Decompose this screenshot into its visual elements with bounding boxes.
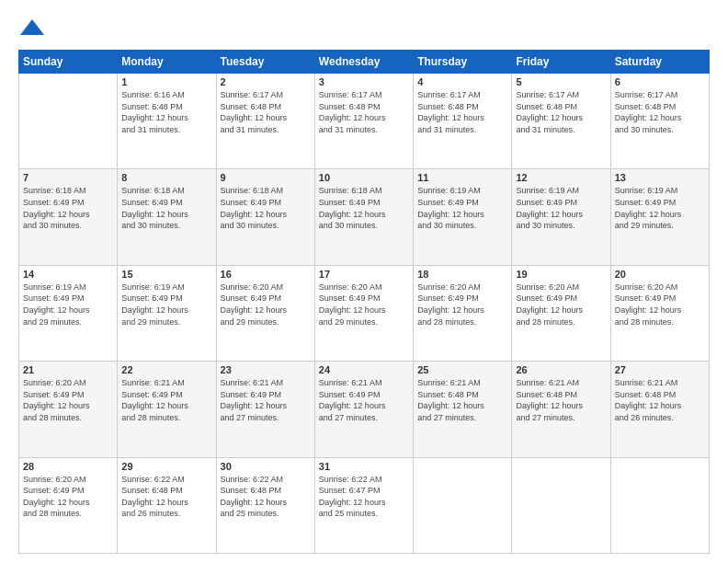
calendar-cell: 30Sunrise: 6:22 AMSunset: 6:48 PMDayligh…	[216, 457, 314, 553]
header-sunday: Sunday	[19, 51, 118, 74]
day-number: 4	[417, 76, 507, 87]
day-info: Sunrise: 6:19 AMSunset: 6:49 PMDaylight:…	[417, 185, 507, 231]
day-number: 21	[23, 364, 113, 375]
calendar-cell: 8Sunrise: 6:18 AMSunset: 6:49 PMDaylight…	[118, 169, 216, 265]
day-info: Sunrise: 6:19 AMSunset: 6:49 PMDaylight:…	[516, 185, 606, 231]
day-number: 8	[121, 172, 211, 183]
day-info: Sunrise: 6:20 AMSunset: 6:49 PMDaylight:…	[516, 282, 606, 327]
calendar-cell	[19, 74, 118, 169]
day-info: Sunrise: 6:21 AMSunset: 6:49 PMDaylight:…	[319, 377, 409, 423]
day-info: Sunrise: 6:19 AMSunset: 6:49 PMDaylight:…	[615, 185, 705, 231]
day-number: 30	[221, 461, 311, 472]
day-info: Sunrise: 6:17 AMSunset: 6:48 PMDaylight:…	[516, 89, 606, 135]
day-info: Sunrise: 6:20 AMSunset: 6:49 PMDaylight:…	[319, 282, 409, 327]
day-number: 12	[516, 172, 606, 183]
day-info: Sunrise: 6:18 AMSunset: 6:49 PMDaylight:…	[23, 185, 113, 231]
calendar-week-row: 14Sunrise: 6:19 AMSunset: 6:49 PMDayligh…	[19, 265, 710, 361]
calendar-cell: 26Sunrise: 6:21 AMSunset: 6:48 PMDayligh…	[512, 362, 610, 457]
calendar-cell: 16Sunrise: 6:20 AMSunset: 6:49 PMDayligh…	[216, 265, 314, 361]
day-number: 22	[121, 364, 211, 375]
calendar-cell: 4Sunrise: 6:17 AMSunset: 6:48 PMDaylight…	[414, 74, 512, 169]
calendar-week-row: 1Sunrise: 6:16 AMSunset: 6:48 PMDaylight…	[19, 74, 710, 169]
logo-icon	[18, 15, 46, 42]
day-number: 28	[23, 461, 113, 472]
header	[18, 15, 710, 42]
calendar-cell	[414, 457, 512, 553]
weekday-header-row: Sunday Monday Tuesday Wednesday Thursday…	[19, 51, 710, 74]
header-friday: Friday	[512, 51, 610, 74]
day-number: 11	[417, 172, 507, 183]
day-info: Sunrise: 6:16 AMSunset: 6:48 PMDaylight:…	[121, 89, 211, 135]
day-info: Sunrise: 6:22 AMSunset: 6:48 PMDaylight:…	[121, 474, 211, 520]
calendar-cell: 17Sunrise: 6:20 AMSunset: 6:49 PMDayligh…	[314, 265, 413, 361]
page: Sunday Monday Tuesday Wednesday Thursday…	[0, 0, 728, 563]
calendar-cell	[610, 457, 709, 553]
day-info: Sunrise: 6:22 AMSunset: 6:47 PMDaylight:…	[319, 474, 409, 520]
day-number: 19	[516, 269, 606, 280]
day-number: 9	[221, 172, 311, 183]
calendar-cell: 29Sunrise: 6:22 AMSunset: 6:48 PMDayligh…	[118, 457, 216, 553]
day-number: 5	[516, 76, 606, 87]
day-number: 1	[121, 76, 211, 87]
day-number: 29	[121, 461, 211, 472]
day-number: 6	[615, 76, 705, 87]
day-info: Sunrise: 6:19 AMSunset: 6:49 PMDaylight:…	[121, 282, 211, 327]
day-info: Sunrise: 6:17 AMSunset: 6:48 PMDaylight:…	[221, 89, 311, 135]
calendar-cell: 10Sunrise: 6:18 AMSunset: 6:49 PMDayligh…	[314, 169, 413, 265]
day-info: Sunrise: 6:20 AMSunset: 6:49 PMDaylight:…	[23, 474, 113, 520]
day-number: 16	[221, 269, 311, 280]
calendar-cell: 14Sunrise: 6:19 AMSunset: 6:49 PMDayligh…	[19, 265, 118, 361]
calendar-cell: 9Sunrise: 6:18 AMSunset: 6:49 PMDaylight…	[216, 169, 314, 265]
day-number: 2	[221, 76, 311, 87]
calendar-cell: 21Sunrise: 6:20 AMSunset: 6:49 PMDayligh…	[19, 362, 118, 457]
calendar-cell: 15Sunrise: 6:19 AMSunset: 6:49 PMDayligh…	[118, 265, 216, 361]
day-number: 7	[23, 172, 113, 183]
day-info: Sunrise: 6:22 AMSunset: 6:48 PMDaylight:…	[221, 474, 311, 520]
day-info: Sunrise: 6:18 AMSunset: 6:49 PMDaylight:…	[121, 185, 211, 231]
day-number: 15	[121, 269, 211, 280]
day-number: 31	[319, 461, 409, 472]
calendar-cell: 7Sunrise: 6:18 AMSunset: 6:49 PMDaylight…	[19, 169, 118, 265]
day-number: 23	[221, 364, 311, 375]
day-number: 13	[615, 172, 705, 183]
day-info: Sunrise: 6:20 AMSunset: 6:49 PMDaylight:…	[615, 282, 705, 327]
calendar-cell: 18Sunrise: 6:20 AMSunset: 6:49 PMDayligh…	[414, 265, 512, 361]
calendar-cell: 20Sunrise: 6:20 AMSunset: 6:49 PMDayligh…	[610, 265, 709, 361]
header-wednesday: Wednesday	[314, 51, 413, 74]
day-number: 3	[319, 76, 409, 87]
day-info: Sunrise: 6:17 AMSunset: 6:48 PMDaylight:…	[417, 89, 507, 135]
calendar-cell: 5Sunrise: 6:17 AMSunset: 6:48 PMDaylight…	[512, 74, 610, 169]
day-info: Sunrise: 6:21 AMSunset: 6:48 PMDaylight:…	[417, 377, 507, 423]
calendar-cell: 1Sunrise: 6:16 AMSunset: 6:48 PMDaylight…	[118, 74, 216, 169]
day-info: Sunrise: 6:18 AMSunset: 6:49 PMDaylight:…	[319, 185, 409, 231]
calendar-cell: 22Sunrise: 6:21 AMSunset: 6:49 PMDayligh…	[118, 362, 216, 457]
calendar-cell: 12Sunrise: 6:19 AMSunset: 6:49 PMDayligh…	[512, 169, 610, 265]
calendar-week-row: 21Sunrise: 6:20 AMSunset: 6:49 PMDayligh…	[19, 362, 710, 457]
calendar-cell: 23Sunrise: 6:21 AMSunset: 6:49 PMDayligh…	[216, 362, 314, 457]
day-number: 24	[319, 364, 409, 375]
calendar-cell: 13Sunrise: 6:19 AMSunset: 6:49 PMDayligh…	[610, 169, 709, 265]
day-info: Sunrise: 6:17 AMSunset: 6:48 PMDaylight:…	[319, 89, 409, 135]
day-info: Sunrise: 6:21 AMSunset: 6:49 PMDaylight:…	[121, 377, 211, 423]
svg-marker-0	[20, 19, 44, 35]
header-saturday: Saturday	[610, 51, 709, 74]
calendar-cell: 28Sunrise: 6:20 AMSunset: 6:49 PMDayligh…	[19, 457, 118, 553]
calendar-cell: 24Sunrise: 6:21 AMSunset: 6:49 PMDayligh…	[314, 362, 413, 457]
header-tuesday: Tuesday	[216, 51, 314, 74]
calendar-week-row: 7Sunrise: 6:18 AMSunset: 6:49 PMDaylight…	[19, 169, 710, 265]
day-info: Sunrise: 6:21 AMSunset: 6:48 PMDaylight:…	[516, 377, 606, 423]
day-info: Sunrise: 6:18 AMSunset: 6:49 PMDaylight:…	[221, 185, 311, 231]
day-info: Sunrise: 6:21 AMSunset: 6:48 PMDaylight:…	[615, 377, 705, 423]
day-info: Sunrise: 6:20 AMSunset: 6:49 PMDaylight:…	[23, 377, 113, 423]
day-number: 26	[516, 364, 606, 375]
day-number: 25	[417, 364, 507, 375]
calendar-cell: 19Sunrise: 6:20 AMSunset: 6:49 PMDayligh…	[512, 265, 610, 361]
calendar-cell: 6Sunrise: 6:17 AMSunset: 6:48 PMDaylight…	[610, 74, 709, 169]
day-number: 20	[615, 269, 705, 280]
day-info: Sunrise: 6:20 AMSunset: 6:49 PMDaylight:…	[417, 282, 507, 327]
day-info: Sunrise: 6:20 AMSunset: 6:49 PMDaylight:…	[221, 282, 311, 327]
logo	[18, 15, 50, 42]
day-number: 27	[615, 364, 705, 375]
calendar-table: Sunday Monday Tuesday Wednesday Thursday…	[18, 50, 710, 554]
calendar-cell: 25Sunrise: 6:21 AMSunset: 6:48 PMDayligh…	[414, 362, 512, 457]
